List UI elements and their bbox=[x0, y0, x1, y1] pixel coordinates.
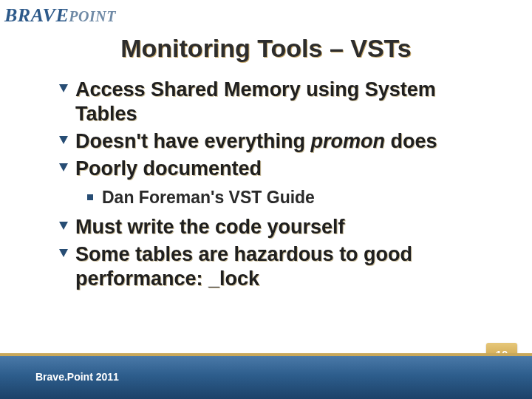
slide: BRAVEPOINT Monitoring Tools – VSTs Acces… bbox=[0, 0, 532, 399]
bullet-1: Access Shared Memory using System Tables bbox=[59, 78, 502, 126]
logo: BRAVEPOINT bbox=[4, 4, 116, 27]
logo-brave: BRAVE bbox=[4, 4, 69, 26]
slide-title: Monitoring Tools – VSTs bbox=[0, 34, 532, 63]
footer-text: Brave.Point 2011 bbox=[35, 371, 119, 383]
bullet-2-promon: promon bbox=[311, 130, 386, 152]
bullet-2: Doesn't have everything promon does bbox=[59, 129, 502, 154]
footer-bar: Brave.Point 2011 bbox=[0, 356, 532, 399]
bullet-5: Some tables are hazardous to good perfor… bbox=[59, 242, 502, 291]
logo-point: POINT bbox=[69, 8, 116, 24]
bullet-2-text-c: does bbox=[385, 130, 437, 152]
bullet-2-text-a: Doesn't have everything bbox=[75, 130, 311, 152]
sub-bullet-1: Dan Foreman's VST Guide bbox=[87, 187, 502, 209]
content-area: Access Shared Memory using System Tables… bbox=[59, 78, 502, 293]
bullet-4: Must write the code yourself bbox=[59, 215, 502, 239]
bullet-3: Poorly documented bbox=[59, 157, 502, 181]
